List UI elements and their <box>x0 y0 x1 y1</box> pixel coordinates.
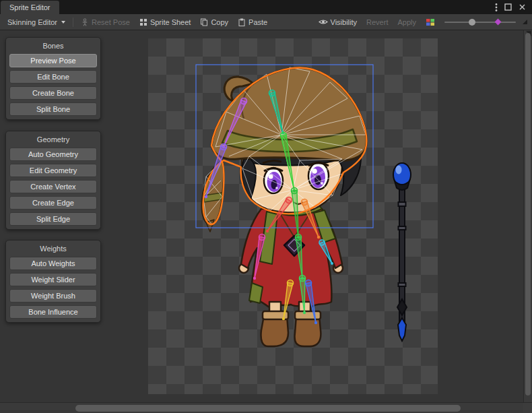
revert-button[interactable]: Revert <box>362 17 392 28</box>
color-palette-icon <box>426 18 435 26</box>
close-icon[interactable] <box>519 3 526 11</box>
eye-icon <box>319 18 328 26</box>
slider-marker <box>495 19 502 26</box>
split-bone-button[interactable]: Split Bone <box>9 102 97 116</box>
visibility-button[interactable]: Visibility <box>314 17 362 28</box>
paste-icon <box>238 18 246 26</box>
sprite-sheet-button[interactable]: Sprite Sheet <box>135 17 195 28</box>
panel-bones-title: Bones <box>9 40 97 54</box>
window-tab[interactable]: Sprite Editor <box>1 1 59 14</box>
chevron-down-icon <box>61 21 65 24</box>
auto-geometry-button[interactable]: Auto Geometry <box>9 148 97 161</box>
copy-icon <box>200 18 208 26</box>
auto-weights-button[interactable]: Auto Weights <box>9 257 97 270</box>
slider-track <box>444 22 516 23</box>
kebab-menu-icon[interactable] <box>495 3 498 12</box>
bone-color-palette-button[interactable] <box>422 17 439 28</box>
panel-geometry: Geometry Auto Geometry Edit Geometry Cre… <box>5 131 101 230</box>
toolbar: Skinning Editor Reset Pose Sprite Sheet … <box>0 14 532 30</box>
window-tab-label: Sprite Editor <box>9 3 51 11</box>
edit-geometry-button[interactable]: Edit Geometry <box>9 164 97 177</box>
scrollbar-corner <box>523 402 532 413</box>
panel-weights-title: Weights <box>9 243 97 257</box>
vertical-scrollbar-thumb[interactable] <box>525 33 531 395</box>
weight-brush-button[interactable]: Weight Brush <box>9 289 97 303</box>
panel-bones: Bones Preview Pose Edit Bone Create Bone… <box>5 37 101 120</box>
mode-dropdown[interactable]: Skinning Editor <box>3 17 69 28</box>
preview-pose-button[interactable]: Preview Pose <box>9 54 97 67</box>
staff-sprite[interactable] <box>393 163 411 341</box>
split-edge-button[interactable]: Split Edge <box>9 212 97 226</box>
edit-bone-button[interactable]: Edit Bone <box>9 70 97 84</box>
canvas-area: Bones Preview Pose Edit Bone Create Bone… <box>0 30 523 402</box>
panel-geometry-title: Geometry <box>9 133 97 148</box>
panel-weights: Weights Auto Weights Weight Slider Weigh… <box>5 240 101 323</box>
copy-button[interactable]: Copy <box>196 17 232 28</box>
create-vertex-button[interactable]: Create Vertex <box>9 180 97 193</box>
reset-pose-icon <box>81 18 89 26</box>
vertical-scrollbar[interactable] <box>523 30 532 402</box>
create-edge-button[interactable]: Create Edge <box>9 196 97 210</box>
opacity-slider[interactable] <box>444 17 516 28</box>
titlebar: Sprite Editor <box>0 0 532 14</box>
slider-handle[interactable] <box>469 19 475 26</box>
weight-slider-button[interactable]: Weight Slider <box>9 273 97 286</box>
maximize-icon[interactable] <box>504 3 512 11</box>
toolbar-separator <box>73 18 73 27</box>
bone-influence-button[interactable]: Bone Influence <box>9 305 97 319</box>
horizontal-scrollbar[interactable] <box>0 402 523 413</box>
paste-button[interactable]: Paste <box>234 17 271 28</box>
reset-pose-button[interactable]: Reset Pose <box>77 17 134 28</box>
sprite-sheet-icon <box>139 18 147 26</box>
sprite-editor-window: Sprite Editor Skinning Editor Reset Pose <box>0 0 532 413</box>
horizontal-scrollbar-thumb[interactable] <box>75 405 461 412</box>
apply-button[interactable]: Apply <box>393 17 420 28</box>
sprite-canvas[interactable] <box>148 38 438 394</box>
create-bone-button[interactable]: Create Bone <box>9 86 97 100</box>
resize-grip-icon <box>523 20 527 24</box>
